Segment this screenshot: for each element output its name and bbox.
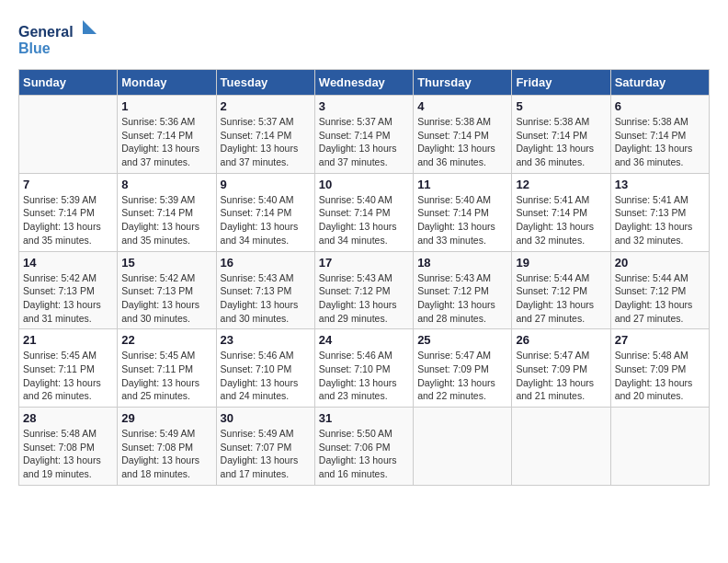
day-header-sunday: Sunday [19,70,118,96]
day-number: 31 [319,411,409,425]
header-row: SundayMondayTuesdayWednesdayThursdayFrid… [19,70,710,96]
day-header-monday: Monday [118,70,216,96]
day-info: Sunrise: 5:43 AMSunset: 7:12 PMDaylight:… [319,271,409,326]
day-info: Sunrise: 5:39 AMSunset: 7:14 PMDaylight:… [23,193,113,247]
calendar-cell: 4Sunrise: 5:38 AMSunset: 7:14 PMDaylight… [414,96,512,174]
calendar-cell: 3Sunrise: 5:37 AMSunset: 7:14 PMDaylight… [314,96,413,174]
calendar-cell: 31Sunrise: 5:50 AMSunset: 7:06 PMDayligh… [314,408,413,486]
calendar-cell: 14Sunrise: 5:42 AMSunset: 7:13 PMDayligh… [19,251,118,329]
calendar-cell: 30Sunrise: 5:49 AMSunset: 7:07 PMDayligh… [216,408,314,486]
day-number: 1 [121,99,211,113]
day-number: 6 [615,99,705,113]
day-info: Sunrise: 5:36 AMSunset: 7:14 PMDaylight:… [121,115,211,169]
day-info: Sunrise: 5:39 AMSunset: 7:14 PMDaylight:… [121,193,211,247]
day-info: Sunrise: 5:47 AMSunset: 7:09 PMDaylight:… [516,349,606,403]
calendar-table: SundayMondayTuesdayWednesdayThursdayFrid… [18,69,710,486]
day-number: 14 [23,256,113,270]
day-number: 17 [319,256,409,270]
day-header-friday: Friday [512,70,610,96]
calendar-cell: 7Sunrise: 5:39 AMSunset: 7:14 PMDaylight… [19,173,118,251]
logo: General Blue [18,18,101,60]
day-info: Sunrise: 5:41 AMSunset: 7:14 PMDaylight:… [516,193,606,247]
calendar-cell: 15Sunrise: 5:42 AMSunset: 7:13 PMDayligh… [118,251,216,329]
day-number: 11 [417,178,507,191]
calendar-cell: 26Sunrise: 5:47 AMSunset: 7:09 PMDayligh… [512,329,610,408]
day-number: 20 [615,256,705,270]
week-row-3: 14Sunrise: 5:42 AMSunset: 7:13 PMDayligh… [19,251,710,329]
calendar-cell: 8Sunrise: 5:39 AMSunset: 7:14 PMDaylight… [118,173,216,251]
day-number: 21 [23,333,113,347]
calendar-cell: 1Sunrise: 5:36 AMSunset: 7:14 PMDaylight… [118,96,216,174]
day-number: 29 [121,411,211,425]
calendar-cell [512,408,610,486]
day-info: Sunrise: 5:37 AMSunset: 7:14 PMDaylight:… [221,115,311,169]
calendar-cell: 13Sunrise: 5:41 AMSunset: 7:13 PMDayligh… [610,173,709,251]
day-info: Sunrise: 5:49 AMSunset: 7:08 PMDaylight:… [121,427,211,481]
day-info: Sunrise: 5:44 AMSunset: 7:12 PMDaylight:… [615,271,705,326]
day-header-tuesday: Tuesday [216,70,314,96]
day-number: 26 [516,333,606,347]
week-row-5: 28Sunrise: 5:48 AMSunset: 7:08 PMDayligh… [19,408,710,486]
calendar-cell: 21Sunrise: 5:45 AMSunset: 7:11 PMDayligh… [19,329,118,408]
svg-text:Blue: Blue [18,40,51,56]
calendar-cell: 18Sunrise: 5:43 AMSunset: 7:12 PMDayligh… [414,251,512,329]
day-info: Sunrise: 5:42 AMSunset: 7:13 PMDaylight:… [23,271,113,326]
day-number: 19 [516,256,606,270]
day-info: Sunrise: 5:48 AMSunset: 7:09 PMDaylight:… [615,349,705,403]
svg-marker-2 [83,20,97,34]
day-header-wednesday: Wednesday [314,70,413,96]
calendar-cell [19,96,118,174]
day-number: 22 [121,333,211,347]
day-number: 13 [615,178,705,191]
day-number: 3 [319,99,409,113]
logo-svg: General Blue [18,18,101,60]
calendar-cell: 28Sunrise: 5:48 AMSunset: 7:08 PMDayligh… [19,408,118,486]
day-number: 30 [221,411,311,425]
calendar-cell: 6Sunrise: 5:38 AMSunset: 7:14 PMDaylight… [610,96,709,174]
day-info: Sunrise: 5:40 AMSunset: 7:14 PMDaylight:… [221,193,311,247]
day-info: Sunrise: 5:45 AMSunset: 7:11 PMDaylight:… [121,349,211,403]
calendar-cell: 22Sunrise: 5:45 AMSunset: 7:11 PMDayligh… [118,329,216,408]
day-number: 24 [319,333,409,347]
day-info: Sunrise: 5:43 AMSunset: 7:12 PMDaylight:… [417,271,507,326]
calendar-cell: 16Sunrise: 5:43 AMSunset: 7:13 PMDayligh… [216,251,314,329]
day-info: Sunrise: 5:50 AMSunset: 7:06 PMDaylight:… [319,427,409,481]
svg-text:General: General [18,24,74,40]
day-number: 4 [417,99,507,113]
day-header-thursday: Thursday [414,70,512,96]
day-number: 8 [121,178,211,191]
calendar-cell: 19Sunrise: 5:44 AMSunset: 7:12 PMDayligh… [512,251,610,329]
day-info: Sunrise: 5:38 AMSunset: 7:14 PMDaylight:… [417,115,507,169]
day-number: 15 [121,256,211,270]
week-row-4: 21Sunrise: 5:45 AMSunset: 7:11 PMDayligh… [19,329,710,408]
day-number: 9 [221,178,311,191]
calendar-cell: 27Sunrise: 5:48 AMSunset: 7:09 PMDayligh… [610,329,709,408]
day-number: 28 [23,411,113,425]
day-info: Sunrise: 5:42 AMSunset: 7:13 PMDaylight:… [121,271,211,326]
calendar-cell: 10Sunrise: 5:40 AMSunset: 7:14 PMDayligh… [314,173,413,251]
day-info: Sunrise: 5:37 AMSunset: 7:14 PMDaylight:… [319,115,409,169]
calendar-cell: 2Sunrise: 5:37 AMSunset: 7:14 PMDaylight… [216,96,314,174]
calendar-cell [414,408,512,486]
calendar-cell: 23Sunrise: 5:46 AMSunset: 7:10 PMDayligh… [216,329,314,408]
calendar-cell: 5Sunrise: 5:38 AMSunset: 7:14 PMDaylight… [512,96,610,174]
week-row-1: 1Sunrise: 5:36 AMSunset: 7:14 PMDaylight… [19,96,710,174]
day-info: Sunrise: 5:47 AMSunset: 7:09 PMDaylight:… [417,349,507,403]
calendar-cell: 20Sunrise: 5:44 AMSunset: 7:12 PMDayligh… [610,251,709,329]
day-info: Sunrise: 5:45 AMSunset: 7:11 PMDaylight:… [23,349,113,403]
day-info: Sunrise: 5:46 AMSunset: 7:10 PMDaylight:… [319,349,409,403]
day-number: 7 [23,178,113,191]
calendar-cell: 17Sunrise: 5:43 AMSunset: 7:12 PMDayligh… [314,251,413,329]
day-info: Sunrise: 5:48 AMSunset: 7:08 PMDaylight:… [23,427,113,481]
calendar-cell: 25Sunrise: 5:47 AMSunset: 7:09 PMDayligh… [414,329,512,408]
day-number: 18 [417,256,507,270]
day-info: Sunrise: 5:41 AMSunset: 7:13 PMDaylight:… [615,193,705,247]
day-info: Sunrise: 5:43 AMSunset: 7:13 PMDaylight:… [221,271,311,326]
day-number: 27 [615,333,705,347]
day-info: Sunrise: 5:40 AMSunset: 7:14 PMDaylight:… [417,193,507,247]
day-number: 12 [516,178,606,191]
day-info: Sunrise: 5:44 AMSunset: 7:12 PMDaylight:… [516,271,606,326]
week-row-2: 7Sunrise: 5:39 AMSunset: 7:14 PMDaylight… [19,173,710,251]
calendar-cell: 12Sunrise: 5:41 AMSunset: 7:14 PMDayligh… [512,173,610,251]
day-number: 2 [221,99,311,113]
